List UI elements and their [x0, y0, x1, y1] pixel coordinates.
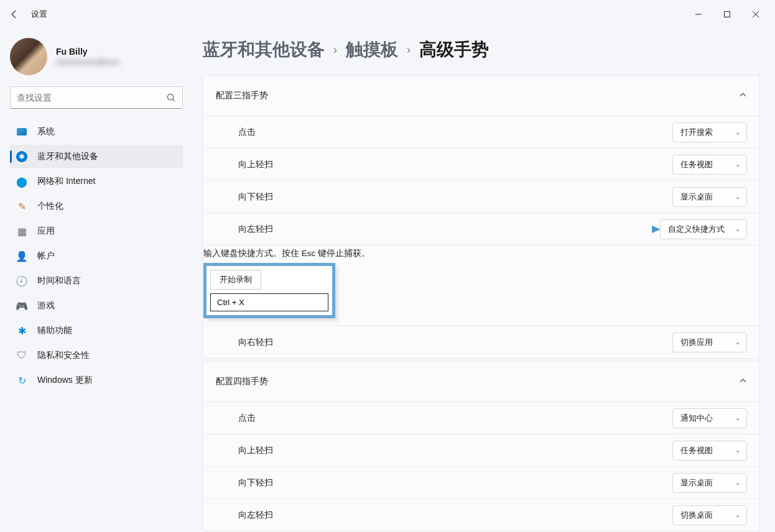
svg-point-4 [167, 94, 173, 99]
svg-rect-1 [725, 11, 730, 17]
nav-label: 应用 [37, 226, 55, 237]
record-box: 开始录制 [203, 263, 335, 318]
breadcrumb-sep: › [407, 44, 411, 57]
panel-four-finger: 配置四指手势 点击 通知中心⌄ 向上轻扫 任务视图⌄ 向下轻扫 显示桌面⌄ 向左… [203, 361, 760, 531]
dropdown-swipe-left-4[interactable]: 切换桌面⌄ [672, 505, 747, 525]
nav-update[interactable]: ↻Windows 更新 [10, 369, 183, 392]
dropdown-value: 显示桌面 [680, 191, 728, 203]
chevron-down-icon: ⌄ [735, 161, 740, 168]
breadcrumb-mid[interactable]: 触摸板 [346, 38, 398, 62]
profile-block[interactable]: Fu Billy xxxxxxxxxxx@xxxx [10, 38, 183, 75]
search-input[interactable] [17, 93, 167, 103]
row-swipe-down: 向下轻扫 显示桌面⌄ [203, 180, 759, 213]
dropdown-value: 打开搜索 [680, 127, 728, 138]
avatar [10, 38, 47, 75]
bluetooth-icon: ✱ [16, 151, 27, 162]
row-tap: 点击 打开搜索⌄ [203, 116, 759, 148]
dropdown-swipe-left[interactable]: 自定义快捷方式⌄ [660, 219, 747, 239]
maximize-icon [724, 11, 730, 17]
dropdown-value: 切换应用 [680, 337, 728, 348]
nav-apps[interactable]: ▦应用 [10, 219, 183, 243]
nav-label: 帐户 [37, 250, 55, 262]
dropdown-swipe-up[interactable]: 任务视图⌄ [672, 155, 747, 175]
nav-accounts[interactable]: 👤帐户 [10, 244, 183, 268]
content-pane[interactable]: 蓝牙和其他设备 › 触摸板 › 高级手势 配置三指手势 点击 打开搜索⌄ 向上轻… [193, 28, 775, 532]
chevron-down-icon: ⌄ [735, 447, 740, 454]
minimize-icon [695, 11, 702, 17]
breadcrumb-current: 高级手势 [419, 38, 489, 62]
nav-personalize[interactable]: ✎个性化 [10, 195, 183, 218]
panel-title: 配置四指手势 [216, 376, 739, 387]
shortcut-hint: 输入键盘快捷方式。按住 Esc 键停止捕获。 [203, 248, 759, 259]
system-icon [16, 126, 27, 137]
nav-privacy[interactable]: 🛡隐私和安全性 [10, 344, 183, 367]
chevron-down-icon: ⌄ [735, 339, 740, 346]
dropdown-value: 自定义快捷方式 [668, 224, 728, 235]
chevron-up-icon [739, 377, 747, 387]
row-swipe-down: 向下轻扫 显示桌面⌄ [203, 466, 759, 498]
setting-label: 向左轻扫 [238, 510, 672, 521]
update-icon: ↻ [16, 375, 27, 386]
nav-label: 个性化 [37, 201, 63, 212]
accessibility-icon: ✱ [16, 325, 27, 336]
nav-label: 蓝牙和其他设备 [37, 151, 98, 162]
dropdown-tap-4[interactable]: 通知中心⌄ [672, 408, 747, 428]
row-swipe-left: 向左轻扫 切换桌面⌄ [203, 498, 759, 531]
chevron-down-icon: ⌄ [735, 226, 740, 232]
setting-label: 向上轻扫 [238, 159, 672, 170]
shortcut-recorder: 输入键盘快捷方式。按住 Esc 键停止捕获。 开始录制 [203, 245, 759, 326]
close-button[interactable] [741, 4, 770, 24]
nav-accessibility[interactable]: ✱辅助功能 [10, 319, 183, 342]
dropdown-tap[interactable]: 打开搜索⌄ [672, 122, 747, 142]
chevron-down-icon: ⌄ [735, 415, 740, 421]
nav-label: 时间和语言 [37, 275, 81, 287]
minimize-button[interactable] [684, 4, 713, 24]
chevron-up-icon [739, 91, 747, 101]
apps-icon: ▦ [16, 226, 27, 237]
setting-label: 向下轻扫 [238, 191, 672, 203]
dropdown-value: 显示桌面 [680, 477, 728, 488]
nav-time[interactable]: 🕗时间和语言 [10, 269, 183, 293]
nav-network[interactable]: ⬤网络和 Internet [10, 170, 183, 193]
setting-label: 点击 [238, 413, 672, 424]
row-swipe-right: 向右轻扫 切换应用⌄ [203, 326, 759, 358]
window-controls [684, 4, 770, 24]
nav-list: 系统 ✱蓝牙和其他设备 ⬤网络和 Internet ✎个性化 ▦应用 👤帐户 🕗… [10, 120, 183, 392]
nav-system[interactable]: 系统 [10, 120, 183, 144]
nav-label: 游戏 [37, 300, 55, 311]
setting-label: 向左轻扫 [238, 224, 660, 235]
chevron-down-icon: ⌄ [735, 129, 740, 135]
dropdown-swipe-up-4[interactable]: 任务视图⌄ [672, 441, 747, 461]
panel-header-four[interactable]: 配置四指手势 [203, 362, 759, 401]
annotation-arrow [607, 224, 663, 234]
breadcrumb-root[interactable]: 蓝牙和其他设备 [203, 38, 325, 62]
dropdown-swipe-right[interactable]: 切换应用⌄ [672, 332, 747, 352]
breadcrumb: 蓝牙和其他设备 › 触摸板 › 高级手势 [203, 38, 760, 62]
search-box[interactable] [10, 86, 183, 109]
back-button[interactable] [5, 5, 24, 24]
setting-label: 向右轻扫 [238, 337, 672, 348]
chevron-down-icon: ⌄ [735, 479, 740, 486]
nav-label: 隐私和安全性 [37, 350, 90, 361]
panel-header-three[interactable]: 配置三指手势 [203, 76, 759, 116]
start-record-button[interactable]: 开始录制 [210, 270, 261, 290]
panel-three-finger: 配置三指手势 点击 打开搜索⌄ 向上轻扫 任务视图⌄ 向下轻扫 显示桌面⌄ 向左… [203, 75, 760, 359]
dropdown-swipe-down[interactable]: 显示桌面⌄ [672, 187, 747, 207]
dropdown-swipe-down-4[interactable]: 显示桌面⌄ [672, 473, 747, 493]
close-icon [753, 11, 759, 17]
back-arrow-icon [9, 9, 19, 19]
shortcut-input[interactable] [210, 293, 328, 311]
setting-label: 向下轻扫 [238, 477, 672, 488]
nav-label: Windows 更新 [37, 375, 93, 386]
nav-gaming[interactable]: 🎮游戏 [10, 294, 183, 318]
row-tap: 点击 通知中心⌄ [203, 401, 759, 434]
dropdown-value: 任务视图 [680, 445, 728, 456]
setting-label: 向上轻扫 [238, 445, 672, 456]
row-swipe-up: 向上轻扫 任务视图⌄ [203, 434, 759, 466]
profile-name: Fu Billy [56, 47, 119, 57]
panel-title: 配置三指手势 [216, 90, 739, 101]
nav-bluetooth[interactable]: ✱蓝牙和其他设备 [10, 145, 183, 168]
arrow-right-icon [607, 224, 663, 234]
maximize-button[interactable] [713, 4, 741, 24]
dropdown-value: 切换桌面 [680, 510, 728, 521]
